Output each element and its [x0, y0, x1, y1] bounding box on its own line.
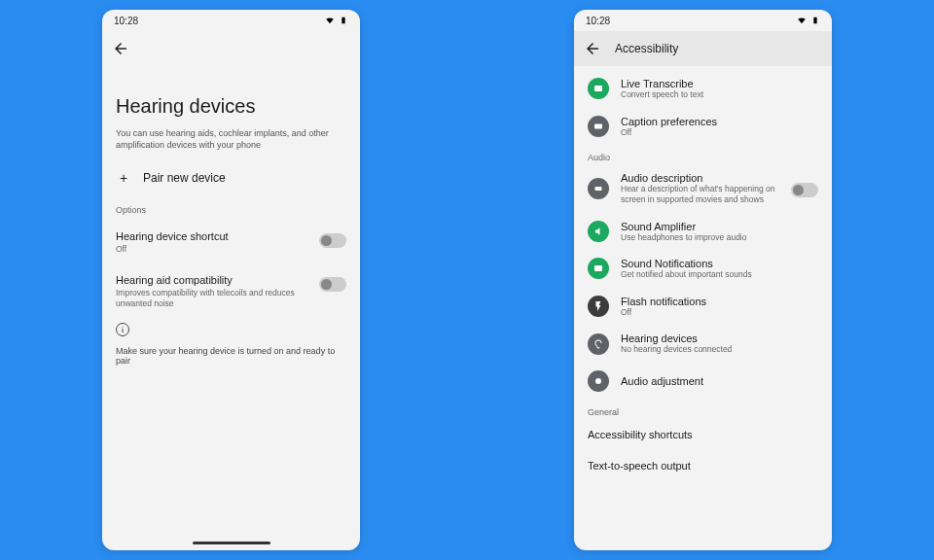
sound-notifications-sub: Get notified about important sounds [621, 269, 818, 280]
audio-adjustment-icon [588, 370, 609, 392]
item-live-transcribe[interactable]: Live Transcribe Convert speech to text [574, 70, 832, 108]
pair-new-device[interactable]: + Pair new device [116, 166, 346, 199]
pair-label: Pair new device [143, 171, 226, 185]
status-icons [797, 16, 820, 25]
caption-icon [588, 116, 609, 137]
item-audio-adjustment[interactable]: Audio adjustment [574, 363, 832, 400]
sound-notifications-title: Sound Notifications [621, 258, 818, 269]
app-bar-title: Accessibility [615, 42, 678, 55]
item-accessibility-shortcuts[interactable]: Accessibility shortcuts [574, 419, 832, 450]
item-tts-output[interactable]: Text-to-speech output [574, 450, 832, 481]
svg-rect-1 [813, 18, 816, 24]
hearing-compat-title: Hearing aid compatibility [116, 274, 311, 286]
svg-rect-4 [595, 187, 602, 191]
hearing-devices-sub: No hearing devices connected [621, 344, 818, 355]
phone-accessibility: 10:28 Accessibility Live Transcribe Conv… [574, 10, 832, 550]
sound-amplifier-title: Sound Amplifier [621, 221, 818, 232]
hearing-compat-sub: Improves compatibility with telecoils an… [116, 288, 311, 309]
options-label: Options [116, 205, 346, 215]
svg-rect-3 [594, 123, 602, 128]
wifi-icon [325, 16, 335, 25]
svg-rect-2 [594, 86, 602, 91]
back-icon[interactable] [112, 40, 129, 57]
audio-description-icon [588, 178, 609, 199]
caption-title: Caption preferences [621, 116, 818, 127]
item-sound-amplifier[interactable]: Sound Amplifier Use headphones to improv… [574, 213, 832, 251]
item-audio-description[interactable]: Audio description Hear a description of … [574, 164, 832, 212]
general-label: General [574, 400, 832, 419]
item-caption[interactable]: Caption preferences Off [574, 108, 832, 146]
info-icon: i [116, 323, 129, 336]
svg-rect-5 [594, 265, 602, 271]
audio-description-title: Audio description [621, 172, 779, 184]
item-flash-notifications[interactable]: Flash notifications Off [574, 288, 832, 326]
pair-tip: Make sure your hearing device is turned … [116, 346, 346, 366]
phone-hearing-devices: 10:28 Hearing devices You can use hearin… [102, 10, 360, 550]
hearing-shortcut-title: Hearing device shortcut [116, 230, 311, 242]
hearing-devices-icon [588, 333, 609, 355]
status-bar: 10:28 [102, 10, 360, 31]
live-transcribe-sub: Convert speech to text [621, 89, 818, 100]
sound-notifications-icon [588, 258, 609, 279]
page-description: You can use hearing aids, cochlear impla… [116, 127, 330, 151]
battery-icon [810, 16, 820, 25]
back-icon[interactable] [584, 40, 601, 57]
svg-rect-0 [341, 18, 344, 24]
live-transcribe-icon [588, 78, 609, 99]
app-bar: Accessibility [574, 31, 832, 66]
audio-adjustment-title: Audio adjustment [621, 375, 818, 387]
hearing-shortcut-toggle[interactable] [319, 233, 346, 248]
home-indicator[interactable] [193, 542, 270, 544]
plus-icon: + [118, 170, 129, 186]
status-time: 10:28 [114, 16, 138, 26]
audio-description-sub: Hear a description of what's happening o… [621, 184, 779, 204]
sound-amplifier-sub: Use headphones to improve audio [621, 232, 818, 243]
content: Hearing devices You can use hearing aids… [102, 95, 360, 366]
page-title: Hearing devices [116, 95, 346, 118]
item-sound-notifications[interactable]: Sound Notifications Get notified about i… [574, 250, 832, 288]
battery-icon [339, 16, 348, 25]
audio-description-toggle[interactable] [791, 183, 818, 197]
sound-amplifier-icon [588, 221, 609, 242]
caption-sub: Off [621, 127, 818, 138]
audio-label: Audio [574, 145, 832, 164]
wifi-icon [797, 16, 807, 25]
flash-sub: Off [621, 307, 818, 318]
hearing-compat-row[interactable]: Hearing aid compatibility Improves compa… [116, 268, 346, 323]
hearing-compat-toggle[interactable] [319, 277, 346, 292]
app-bar [102, 31, 360, 66]
hearing-shortcut-row[interactable]: Hearing device shortcut Off [116, 225, 346, 268]
status-icons [325, 16, 348, 25]
list: Live Transcribe Convert speech to text C… [574, 66, 832, 485]
svg-point-6 [595, 378, 601, 384]
item-hearing-devices[interactable]: Hearing devices No hearing devices conne… [574, 325, 832, 363]
status-bar: 10:28 [574, 10, 832, 31]
flash-icon [588, 296, 609, 317]
live-transcribe-title: Live Transcribe [621, 78, 818, 89]
flash-title: Flash notifications [621, 296, 818, 307]
status-time: 10:28 [586, 16, 610, 26]
hearing-devices-title: Hearing devices [621, 332, 818, 344]
hearing-shortcut-sub: Off [116, 244, 311, 255]
